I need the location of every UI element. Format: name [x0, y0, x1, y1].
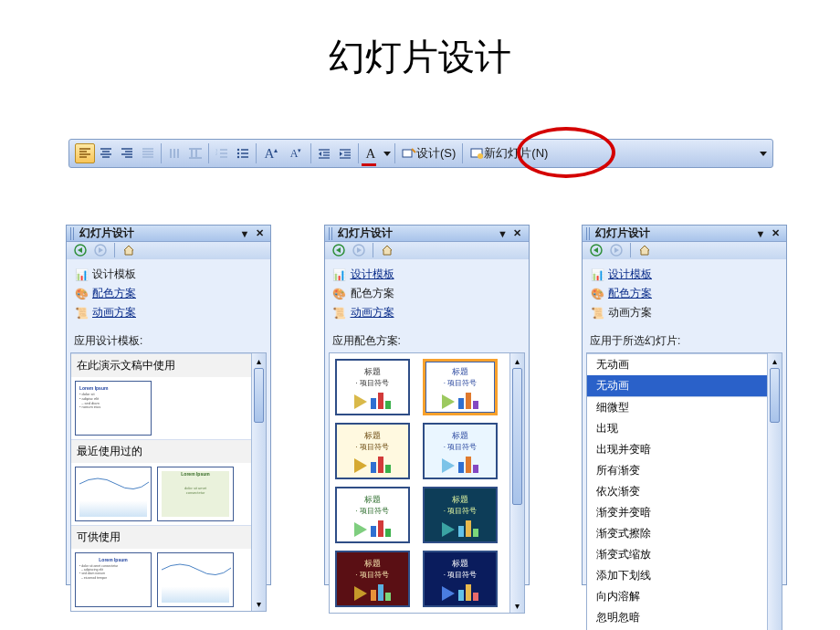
slide-design-panel-colorschemes: 幻灯片设计 ▼ ✕ 📊设计模板 🎨配色方案 📜动画方案 应用配色方案: ▴ ▾ …: [324, 225, 530, 585]
animation-list-item[interactable]: 出现并变暗: [587, 439, 767, 460]
animation-list-item[interactable]: 出现: [587, 418, 767, 439]
nav-back-button[interactable]: [72, 242, 89, 258]
distribute-icon: [142, 148, 154, 159]
decrease-indent-button[interactable]: [314, 143, 334, 163]
template-thumb[interactable]: Lorem Ipsum• dolor sit• adipisc elit – s…: [75, 381, 152, 436]
scroll-down-button[interactable]: ▾: [510, 598, 524, 613]
align-center-button[interactable]: [96, 143, 116, 163]
line-spacing-button[interactable]: [185, 143, 205, 163]
template-thumb[interactable]: [75, 467, 152, 521]
link-color-schemes[interactable]: 🎨配色方案: [590, 284, 779, 303]
panel-menu-button[interactable]: ▼: [237, 226, 252, 241]
scheme-title: 标题: [364, 494, 381, 506]
link-animation-schemes[interactable]: 📜动画方案: [590, 303, 779, 322]
link-design-templates[interactable]: 📊设计模板: [74, 265, 263, 284]
animation-list-gallery: ▴ ▾ 无动画无动画细微型出现出现并变暗所有渐变依次渐变渐变并变暗渐变式擦除渐变…: [586, 352, 782, 630]
panel-grip-icon[interactable]: [586, 227, 592, 240]
nav-forward-button[interactable]: [92, 242, 109, 258]
animation-list-item[interactable]: 忽明忽暗: [587, 607, 767, 628]
scheme-sub: · 项目符号: [444, 570, 477, 580]
colorscheme-thumb[interactable]: 标题· 项目符号: [423, 423, 498, 479]
nav-home-button[interactable]: [636, 242, 653, 258]
scrollbar[interactable]: ▴ ▾: [767, 353, 782, 630]
align-right-button[interactable]: [117, 143, 137, 163]
font-color-button[interactable]: A: [362, 143, 380, 163]
nav-forward-button[interactable]: [608, 242, 625, 258]
scroll-thumb[interactable]: [770, 368, 780, 423]
link-color-schemes[interactable]: 🎨配色方案: [332, 284, 521, 303]
toolbar-overflow-button[interactable]: [758, 143, 767, 163]
mini-chart-icon: [354, 519, 391, 537]
panel-grip-icon[interactable]: [329, 227, 334, 240]
design-button[interactable]: 设计(S): [398, 143, 459, 163]
nav-separator: [114, 243, 115, 257]
increase-font-button[interactable]: A▴: [259, 143, 283, 163]
panel-close-button[interactable]: ✕: [252, 226, 267, 241]
scheme-sub: · 项目符号: [444, 506, 477, 516]
nav-back-button[interactable]: [331, 242, 347, 258]
scroll-down-button[interactable]: ▾: [252, 596, 266, 611]
nav-home-button[interactable]: [379, 242, 395, 258]
animation-list-item[interactable]: 添加下划线: [587, 565, 767, 586]
colorscheme-thumb[interactable]: 标题· 项目符号: [335, 359, 410, 415]
panel-links: 📊设计模板 🎨配色方案 📜动画方案: [583, 259, 786, 328]
template-thumb[interactable]: [157, 552, 234, 607]
panel-nav: [325, 242, 529, 259]
colorscheme-thumb[interactable]: 标题· 项目符号: [423, 359, 498, 415]
scroll-thumb[interactable]: [512, 368, 522, 505]
animation-list-item[interactable]: 向内溶解: [587, 586, 767, 607]
link-animation-schemes[interactable]: 📜动画方案: [74, 303, 263, 322]
animation-list-item[interactable]: 渐变并变暗: [587, 502, 767, 523]
colorscheme-thumb[interactable]: 标题· 项目符号: [335, 551, 410, 607]
animation-list-item[interactable]: 所有渐变: [587, 460, 767, 481]
font-color-dropdown[interactable]: [381, 143, 392, 163]
decrease-font-button[interactable]: A▾: [284, 143, 308, 163]
svg-marker-59: [593, 247, 598, 253]
panel-close-button[interactable]: ✕: [768, 226, 782, 241]
chevron-down-icon: [760, 152, 767, 156]
back-icon: [590, 244, 603, 257]
panel-close-button[interactable]: ✕: [510, 226, 525, 241]
scrollbar[interactable]: ▴ ▾: [509, 353, 524, 613]
colorscheme-thumb[interactable]: 标题· 项目符号: [335, 423, 410, 479]
colorscheme-thumb[interactable]: 标题· 项目符号: [423, 487, 498, 543]
align-left-button[interactable]: [75, 143, 95, 163]
panel-header: 幻灯片设计 ▼ ✕: [583, 226, 786, 242]
columns-button[interactable]: [164, 143, 184, 163]
panel-grip-icon[interactable]: [70, 227, 76, 240]
animation-list-item[interactable]: 渐变式缩放: [587, 544, 767, 565]
bullet-list-button[interactable]: [233, 143, 253, 163]
numbered-list-button[interactable]: 12: [212, 143, 232, 163]
palette-icon: 🎨: [332, 287, 347, 301]
panel-menu-button[interactable]: ▼: [753, 226, 768, 241]
animation-list-item[interactable]: 无动画: [587, 375, 767, 396]
animation-list-item[interactable]: 依次渐变: [587, 481, 767, 502]
panel-menu-button[interactable]: ▼: [496, 226, 510, 241]
increase-indent-button[interactable]: [335, 143, 355, 163]
animation-list-item[interactable]: 无动画: [587, 353, 767, 375]
scroll-up-button[interactable]: ▴: [768, 353, 782, 368]
nav-forward-button[interactable]: [351, 242, 367, 258]
svg-line-45: [412, 149, 415, 152]
colorscheme-thumb[interactable]: 标题· 项目符号: [423, 551, 498, 607]
svg-marker-52: [124, 246, 133, 255]
template-thumb[interactable]: Lorem Ipsumdolor sit ametconsectetur: [157, 467, 234, 521]
scroll-up-button[interactable]: ▴: [510, 353, 524, 368]
link-design-templates[interactable]: 📊设计模板: [332, 265, 521, 284]
link-animation-schemes[interactable]: 📜动画方案: [332, 303, 521, 322]
scroll-thumb[interactable]: [254, 368, 264, 423]
template-thumb[interactable]: Lorem Ipsum• dolor sit amet consectetur …: [75, 552, 152, 607]
scroll-up-button[interactable]: ▴: [252, 353, 266, 368]
animation-list-item[interactable]: 细微型: [587, 396, 767, 418]
align-left-icon: [79, 148, 91, 159]
scrollbar[interactable]: ▴ ▾: [251, 353, 266, 611]
link-design-templates[interactable]: 📊设计模板: [590, 265, 779, 284]
nav-home-button[interactable]: [121, 242, 137, 258]
nav-separator: [373, 243, 373, 257]
new-slide-button[interactable]: 新幻灯片(N): [466, 143, 551, 163]
colorscheme-thumb[interactable]: 标题· 项目符号: [335, 487, 410, 543]
link-color-schemes[interactable]: 🎨配色方案: [74, 284, 263, 303]
distribute-button[interactable]: [138, 143, 158, 163]
animation-list-item[interactable]: 渐变式擦除: [587, 523, 767, 544]
nav-back-button[interactable]: [588, 242, 604, 258]
